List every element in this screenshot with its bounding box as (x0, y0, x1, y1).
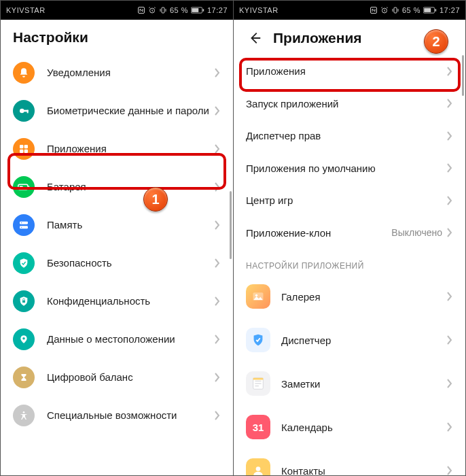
chevron-right-icon (446, 163, 453, 173)
settings-item-biometrics[interactable]: Биометрические данные и пароли (1, 92, 233, 130)
scrollbar-thumb[interactable] (462, 55, 464, 96)
shield-lock-icon (13, 290, 35, 312)
chevron-right-icon (214, 411, 221, 420)
scrollbar-thumb[interactable] (230, 191, 232, 259)
clone-value: Выключено (391, 227, 442, 238)
status-right: 65 % 17:27 (137, 6, 228, 14)
svg-rect-10 (24, 145, 28, 148)
svg-rect-2 (162, 7, 164, 13)
section-header-apps: НАСТРОЙКИ ПРИЛОЖЕНИЙ (234, 249, 465, 275)
apps-item-default[interactable]: Приложения по умолчанию (234, 152, 465, 185)
svg-rect-5 (202, 9, 204, 11)
chevron-right-icon (446, 379, 453, 388)
svg-point-21 (22, 337, 25, 340)
accessibility-icon (13, 405, 35, 426)
settings-item-accessibility[interactable]: Специальные возможности (1, 396, 233, 435)
alarm-icon (148, 6, 156, 14)
phone-right: KYIVSTAR 65 % 17:27 Приложения Приложени… (233, 1, 465, 475)
notes-icon (246, 371, 270, 396)
status-bar: KYIVSTAR 65 % 17:27 (1, 1, 233, 20)
key-icon (13, 100, 35, 122)
svg-rect-25 (394, 7, 397, 13)
settings-item-notifications[interactable]: Уведомления (1, 54, 233, 92)
settings-item-battery[interactable]: Батарея (1, 168, 233, 206)
settings-item-storage[interactable]: Память (1, 206, 233, 244)
settings-item-location[interactable]: Данные о местоположении (1, 320, 233, 358)
header: Настройки (1, 20, 233, 51)
chevron-right-icon (446, 466, 453, 475)
apps-icon (13, 138, 35, 160)
svg-point-6 (20, 109, 24, 114)
chevron-right-icon (214, 106, 221, 116)
contacts-icon (246, 458, 270, 475)
settings-item-security[interactable]: Безопасность (1, 244, 233, 282)
svg-rect-4 (192, 8, 198, 12)
phone-left: KYIVSTAR 65 % 17:27 Настройки Уведомлени… (1, 1, 233, 475)
settings-item-apps[interactable]: Приложения (1, 130, 233, 168)
svg-point-33 (256, 466, 261, 471)
svg-rect-13 (18, 184, 28, 190)
chevron-right-icon (214, 144, 221, 154)
svg-rect-32 (253, 378, 264, 380)
apps-item-clone[interactable]: Приложение-клон Выключено (234, 217, 465, 250)
bell-icon (13, 62, 35, 84)
carrier-label: KYIVSTAR (6, 6, 137, 14)
time-label: 17:27 (207, 6, 228, 14)
svg-rect-8 (27, 110, 29, 114)
chevron-right-icon (214, 296, 221, 306)
battery-label: 65 % (402, 6, 420, 14)
page-title: Приложения (273, 30, 362, 46)
chevron-right-icon (214, 335, 221, 344)
storage-icon (13, 214, 35, 236)
svg-rect-28 (435, 9, 436, 11)
shield-icon (246, 328, 270, 352)
app-row-gallery[interactable]: Галерея (234, 275, 465, 318)
svg-point-18 (21, 222, 22, 223)
vibrate-icon (391, 6, 399, 14)
chevron-right-icon (446, 335, 453, 345)
chevron-right-icon (446, 99, 453, 108)
alarm-icon (380, 6, 389, 14)
svg-point-22 (23, 411, 25, 413)
apps-item-launch[interactable]: Запуск приложений (234, 88, 465, 120)
svg-rect-16 (20, 222, 28, 224)
app-row-contacts[interactable]: Контакты (234, 449, 465, 475)
arrow-left-icon (247, 31, 262, 46)
svg-rect-17 (20, 226, 28, 228)
calendar-icon: 31 (246, 415, 270, 439)
chevron-right-icon (446, 131, 453, 141)
back-button[interactable] (246, 29, 264, 47)
step-badge-1: 1 (143, 187, 168, 211)
chevron-right-icon (446, 228, 453, 237)
svg-rect-9 (20, 145, 23, 148)
apps-item-apps[interactable]: Приложения (234, 55, 465, 88)
app-row-notes[interactable]: Заметки (234, 362, 465, 405)
svg-rect-12 (24, 150, 28, 153)
app-row-dispatcher[interactable]: Диспетчер (234, 318, 465, 362)
hourglass-icon (13, 367, 35, 388)
chevron-right-icon (446, 67, 453, 76)
status-bar: KYIVSTAR 65 % 17:27 (234, 1, 465, 20)
gallery-icon (246, 284, 270, 309)
apps-list: Приложения Запуск приложений Диспетчер п… (234, 52, 465, 475)
time-label: 17:27 (440, 6, 460, 14)
nfc-icon (137, 6, 145, 14)
apps-item-game-center[interactable]: Центр игр (234, 184, 465, 217)
svg-rect-27 (424, 8, 431, 12)
battery-icon (423, 7, 437, 14)
chevron-right-icon (214, 373, 221, 382)
chevron-right-icon (446, 422, 453, 432)
battery-circle-icon (13, 176, 35, 198)
location-icon (13, 328, 35, 350)
chevron-right-icon (446, 196, 453, 205)
page-title: Настройки (13, 29, 88, 46)
settings-item-privacy[interactable]: Конфиденциальность (1, 282, 233, 320)
settings-item-digital-balance[interactable]: Цифровой баланс (1, 358, 233, 396)
app-row-calendar[interactable]: 31 Календарь (234, 405, 465, 449)
apps-item-permissions[interactable]: Диспетчер прав (234, 120, 465, 152)
step-badge-2: 2 (424, 29, 448, 54)
vibrate-icon (159, 6, 167, 14)
svg-rect-11 (20, 150, 23, 153)
svg-point-19 (21, 227, 22, 228)
chevron-right-icon (446, 292, 453, 301)
